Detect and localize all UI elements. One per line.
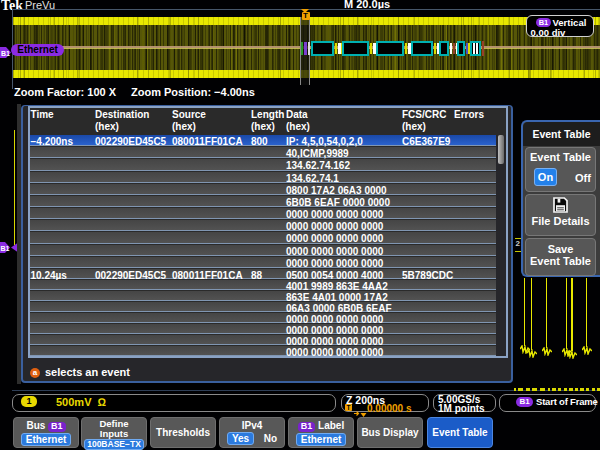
svg-text:B1: B1	[1, 245, 10, 252]
svg-text:B1: B1	[1, 50, 10, 57]
